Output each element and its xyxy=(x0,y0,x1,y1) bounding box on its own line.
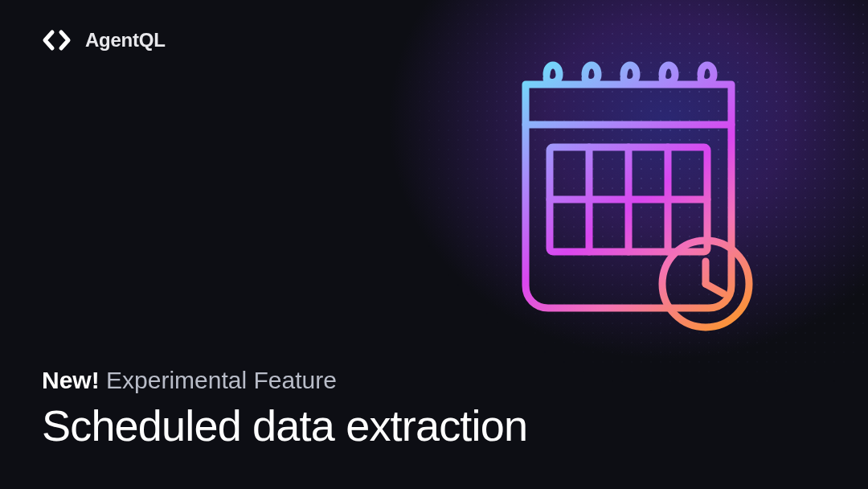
eyebrow-line: New! Experimental Feature xyxy=(42,367,527,394)
eyebrow-text: Experimental Feature xyxy=(106,367,337,393)
svg-line-8 xyxy=(706,284,723,294)
brand-mark-icon xyxy=(42,29,76,51)
brand-logo: AgentQL xyxy=(42,29,166,51)
new-badge: New! xyxy=(42,367,100,393)
calendar-clock-icon xyxy=(490,36,764,345)
headline: Scheduled data extraction xyxy=(42,401,527,450)
brand-name: AgentQL xyxy=(85,29,166,51)
hero-text: New! Experimental Feature Scheduled data… xyxy=(42,367,527,450)
